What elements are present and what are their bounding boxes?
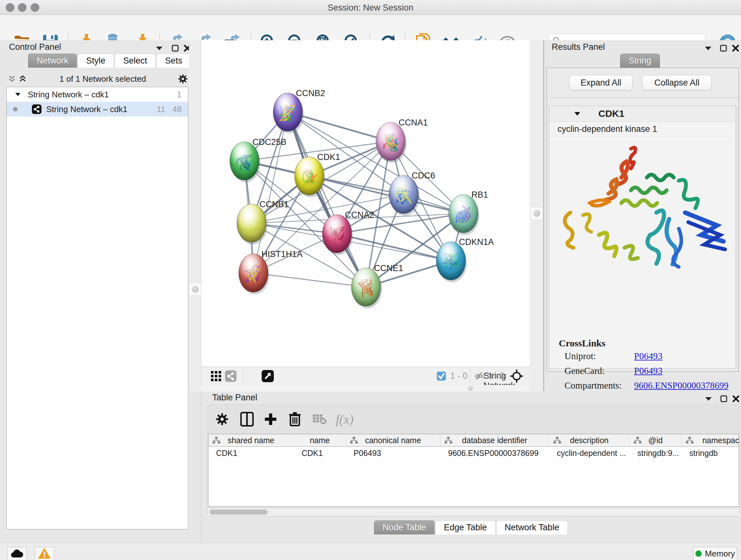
node-RB1[interactable]: RB1 xyxy=(449,190,488,235)
node-CCNE1[interactable]: CCNE1 xyxy=(351,263,403,308)
delete-table-button[interactable] xyxy=(311,410,329,428)
network-graph[interactable]: CCNB2CCNA1CDC25BCDK1CDC6RB1CCNB1CCNA2CDK… xyxy=(201,40,529,366)
chevron-down-icon xyxy=(704,46,712,51)
crosslink-link[interactable]: P06493 xyxy=(634,351,663,361)
grid-icon xyxy=(211,371,221,381)
checkbox-checked-icon xyxy=(436,371,446,381)
network-view-toolbar: String Network – cdk1 1 - 0 0 - 0 xyxy=(201,367,530,385)
node-HIST1H1A[interactable]: HIST1H1A xyxy=(239,249,302,294)
section-caret-icon[interactable] xyxy=(574,112,581,116)
edge-HIST1H1A-CCNE1[interactable] xyxy=(253,273,366,287)
node-CDKN1A[interactable]: CDKN1A xyxy=(436,237,494,282)
panel-float-button[interactable] xyxy=(170,43,181,54)
column-header-at-id[interactable]: @id xyxy=(630,434,682,446)
float-window-icon xyxy=(172,45,179,52)
network-options-button[interactable] xyxy=(178,73,188,84)
tab-string[interactable]: String xyxy=(620,54,660,68)
node-label-RB1: RB1 xyxy=(471,190,488,199)
network-collection-row[interactable]: String Network – cdk1 1 xyxy=(7,87,188,102)
panel-menu-button[interactable] xyxy=(703,43,714,54)
hidden-elements-button[interactable] xyxy=(473,370,486,382)
birds-eye-toggle-button[interactable] xyxy=(261,370,274,382)
table-cell[interactable]: P06493 xyxy=(346,449,441,458)
column-header-canonical-name[interactable]: canonical name xyxy=(346,434,441,446)
left-splitter[interactable] xyxy=(189,40,201,391)
horizontal-splitter[interactable] xyxy=(201,385,530,391)
node-label-CDKN1A: CDKN1A xyxy=(459,237,494,247)
crosslink-link[interactable]: 9606.ENSP00000378699 xyxy=(634,380,729,391)
show-columns-button[interactable] xyxy=(238,410,256,428)
table-cell[interactable]: 9606.ENSP00000378699 xyxy=(441,449,549,458)
panel-close-button[interactable] xyxy=(730,43,741,54)
network-canvas[interactable]: CCNB2CCNA1CDC25BCDK1CDC6RB1CCNB1CCNA2CDK… xyxy=(201,40,530,367)
panel-close-button[interactable] xyxy=(731,393,741,404)
results-scrollbar[interactable] xyxy=(735,106,737,368)
delete-column-button[interactable] xyxy=(286,410,304,428)
node-CCNB2[interactable]: CCNB2 xyxy=(273,88,325,133)
splitter-handle[interactable] xyxy=(530,207,543,220)
splitter-handle[interactable] xyxy=(468,386,473,391)
application-window: Session: New Session xyxy=(0,0,741,560)
panel-float-button[interactable] xyxy=(718,393,729,404)
table-cell[interactable]: CDK1 xyxy=(208,449,294,458)
table-cell[interactable]: stringdb:9... xyxy=(630,449,682,458)
fit-selected-button[interactable] xyxy=(510,370,523,382)
splitter-handle[interactable] xyxy=(189,283,202,296)
hidden-eye-icon xyxy=(474,371,485,381)
scrollbar-thumb[interactable] xyxy=(210,509,268,515)
table-options-button[interactable] xyxy=(213,410,231,428)
tab-network[interactable]: Network xyxy=(28,54,77,68)
crosslink-link[interactable]: P06493 xyxy=(634,366,663,376)
crosslink-row: GeneCard:P06493 xyxy=(549,363,736,378)
network-view-button[interactable] xyxy=(224,370,237,382)
gene-section-header[interactable]: CDK1 xyxy=(549,106,736,122)
network-row[interactable]: String Network – cdk1 11 48 xyxy=(7,102,188,117)
expand-all-button[interactable] xyxy=(17,73,28,84)
node-label-HIST1H1A: HIST1H1A xyxy=(261,249,302,259)
results-panel-title: Results Panel xyxy=(552,42,605,52)
column-header-description[interactable]: description xyxy=(549,434,630,446)
panel-menu-button[interactable] xyxy=(703,393,714,404)
selected-nodes-checkbox[interactable] xyxy=(435,370,448,382)
tree-caret-icon[interactable] xyxy=(15,92,21,97)
tab-edge-table[interactable]: Edge Table xyxy=(435,520,495,535)
tab-node-table[interactable]: Node Table xyxy=(374,520,434,535)
collapse-all-button[interactable] xyxy=(6,73,17,84)
edge-CCNB2-CCNE1[interactable] xyxy=(288,112,366,287)
table-hscrollbar[interactable] xyxy=(208,509,739,516)
function-builder-button[interactable]: f(x) xyxy=(336,410,354,428)
gene-name: CDK1 xyxy=(598,108,624,119)
table-row[interactable]: CDK1CDK1P064939606.ENSP00000378699cyclin… xyxy=(208,447,739,459)
table-cell[interactable]: cyclin-dependent ... xyxy=(549,449,630,458)
edge-CCNB2-HIST1H1A[interactable] xyxy=(253,112,288,273)
tab-network-table[interactable]: Network Table xyxy=(496,520,568,535)
table-cell[interactable]: stringdb xyxy=(682,449,739,458)
node-CCNA2[interactable]: CCNA2 xyxy=(322,210,374,255)
column-header-name[interactable]: name xyxy=(294,434,346,446)
tab-sets[interactable]: Sets xyxy=(156,54,191,68)
table-cell[interactable]: CDK1 xyxy=(294,449,346,458)
toolbar-separator xyxy=(243,369,243,383)
memory-button[interactable]: Memory xyxy=(693,547,737,560)
warnings-button[interactable] xyxy=(35,547,54,560)
column-header-shared-name[interactable]: shared name xyxy=(208,434,294,446)
column-header-database-identifier[interactable]: database identifier xyxy=(441,434,549,446)
collection-label: String Network – cdk1 xyxy=(28,90,109,100)
tab-style[interactable]: Style xyxy=(77,54,114,68)
expand-all-button[interactable]: Expand All xyxy=(569,75,632,90)
tab-select[interactable]: Select xyxy=(115,54,156,68)
float-window-icon xyxy=(720,395,727,402)
collapse-all-button[interactable]: Collapse All xyxy=(642,75,712,90)
table-container: f(x) shared namenamecanonical namedataba… xyxy=(207,404,739,516)
grid-view-button[interactable] xyxy=(210,370,222,382)
cloud-button[interactable] xyxy=(7,547,27,560)
network-tree: String Network – cdk1 1 String Network –… xyxy=(6,87,188,530)
column-header-namespace[interactable]: namespace xyxy=(682,434,739,446)
right-splitter[interactable] xyxy=(530,40,544,391)
status-bar: Memory xyxy=(0,543,741,560)
panel-float-button[interactable] xyxy=(718,43,729,54)
create-column-button[interactable] xyxy=(262,410,280,428)
network-selection-bar: 1 of 1 Network selected xyxy=(6,71,188,87)
node-CCNA1[interactable]: CCNA1 xyxy=(376,118,428,163)
panel-menu-button[interactable] xyxy=(154,43,165,54)
